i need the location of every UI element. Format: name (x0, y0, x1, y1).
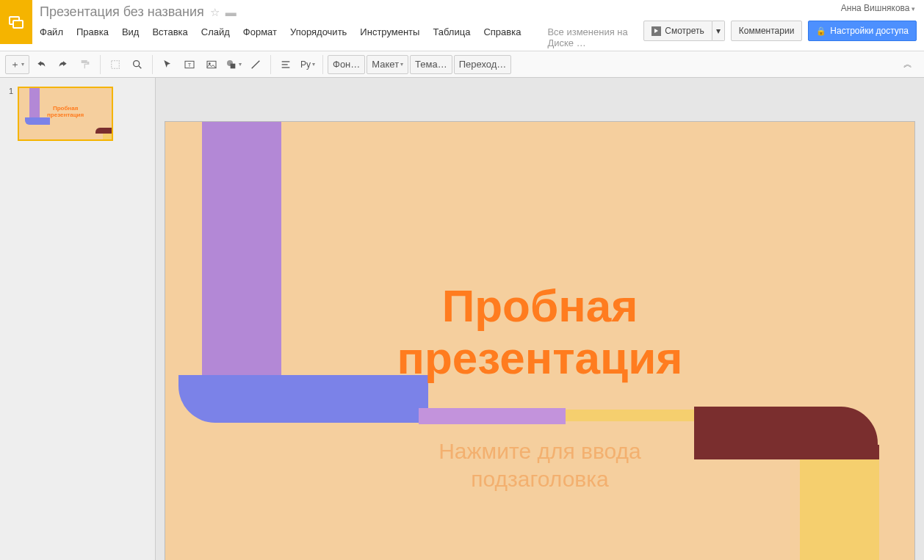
zoom-fit-icon (109, 59, 121, 70)
present-dropdown[interactable]: ▾ (712, 21, 725, 41)
select-tool[interactable] (157, 55, 178, 74)
thumb-title: Пробнаяпрезентация (19, 106, 112, 119)
align-tool[interactable] (275, 55, 296, 74)
menu-arrange[interactable]: Упорядочить (290, 24, 347, 51)
theme-label: Тема… (415, 59, 447, 70)
thumb-shape (103, 134, 112, 139)
menu-help[interactable]: Справка (483, 24, 521, 51)
separator (270, 55, 271, 74)
thumb-shape (95, 128, 112, 134)
paint-format-button[interactable] (75, 55, 95, 74)
background-button[interactable]: Фон… (328, 55, 365, 74)
title-area: Презентация без названия ☆ ▬ Файл Правка… (32, 0, 636, 51)
transition-label: Переход… (459, 59, 507, 70)
shape-tool[interactable]: ▾ (223, 55, 244, 74)
menu-file[interactable]: Файл (40, 24, 63, 51)
app-logo[interactable] (0, 0, 32, 44)
line-icon (250, 59, 261, 70)
thumbnail-preview[interactable]: Пробнаяпрезентация (18, 87, 113, 141)
align-icon (280, 59, 292, 70)
svg-line-12 (252, 60, 260, 68)
svg-text:T: T (188, 61, 192, 68)
document-title[interactable]: Презентация без названия (40, 4, 204, 20)
undo-button[interactable] (31, 55, 51, 74)
present-button-group: Смотреть ▾ (643, 21, 725, 41)
comments-button[interactable]: Комментарии (731, 21, 803, 41)
workspace: 1 Пробнаяпрезентация Пробнаяпрезентация (0, 78, 924, 560)
share-label: Настройки доступа (830, 26, 909, 36)
fit-button[interactable] (105, 55, 126, 74)
menu-view[interactable]: Вид (122, 24, 140, 51)
play-icon (652, 26, 661, 36)
textbox-icon: T (184, 59, 195, 70)
canvas-area[interactable]: Пробнаяпрезентация Нажмите для вводаподз… (156, 78, 924, 560)
svg-rect-11 (231, 63, 236, 68)
menu-tools[interactable]: Инструменты (360, 24, 419, 51)
menu-table[interactable]: Таблица (433, 24, 470, 51)
lang-tool[interactable]: Ру▾ (297, 55, 318, 74)
menu-bar: Файл Правка Вид Вставка Слайд Формат Упо… (40, 24, 629, 51)
present-button[interactable]: Смотреть (643, 21, 712, 41)
zoom-icon (131, 59, 143, 70)
svg-rect-3 (112, 60, 120, 68)
image-icon (206, 59, 217, 70)
thumbnail-panel: 1 Пробнаяпрезентация (0, 78, 156, 560)
menu-edit[interactable]: Правка (76, 24, 109, 51)
separator (100, 55, 101, 74)
svg-point-4 (134, 60, 140, 66)
theme-button[interactable]: Тема… (410, 55, 452, 74)
share-button[interactable]: Настройки доступа (808, 21, 917, 41)
header-actions: Смотреть ▾ Комментарии Настройки доступа (636, 15, 924, 47)
user-account-label[interactable]: Анна Вишнякова (841, 3, 915, 13)
lock-icon (816, 26, 826, 36)
slides-icon (7, 13, 25, 31)
paint-roller-icon (79, 59, 91, 70)
toolbar: ＋▾ T ▾ Ру▾ Фон… Макет▾ Тема… Переход… ︽ (0, 51, 924, 78)
decor-yellow-bar (566, 410, 696, 421)
new-slide-button[interactable]: ＋▾ (5, 55, 29, 74)
layout-button[interactable]: Макет▾ (367, 55, 408, 74)
menu-format[interactable]: Формат (243, 24, 277, 51)
layout-label: Макет (372, 59, 399, 70)
redo-icon (57, 59, 69, 70)
slide-title[interactable]: Пробнаяпрезентация (165, 280, 914, 385)
cursor-icon (162, 59, 173, 70)
svg-rect-1 (13, 21, 23, 28)
redo-button[interactable] (53, 55, 73, 74)
separator (152, 55, 153, 74)
zoom-button[interactable] (127, 55, 148, 74)
app-header: Презентация без названия ☆ ▬ Файл Правка… (0, 0, 924, 51)
thumbnail-number: 1 (9, 87, 13, 141)
decor-lilac-bar (419, 408, 566, 424)
present-label: Смотреть (665, 26, 704, 36)
folder-icon[interactable]: ▬ (225, 6, 237, 18)
separator (322, 55, 323, 74)
image-tool[interactable] (201, 55, 222, 74)
star-icon[interactable]: ☆ (210, 6, 220, 19)
line-tool[interactable] (245, 55, 266, 74)
menu-slide[interactable]: Слайд (201, 24, 230, 51)
save-status: Все изменения на Диске … (547, 24, 629, 51)
undo-icon (35, 59, 47, 70)
textbox-tool[interactable]: T (179, 55, 200, 74)
svg-line-5 (139, 66, 141, 68)
menu-insert[interactable]: Вставка (152, 24, 187, 51)
lang-label: Ру (300, 59, 311, 70)
collapse-toolbar[interactable]: ︽ (903, 58, 912, 70)
thumbnail-item[interactable]: 1 Пробнаяпрезентация (9, 87, 146, 141)
shape-icon (225, 59, 237, 70)
bg-label: Фон… (333, 59, 360, 70)
transition-button[interactable]: Переход… (454, 55, 512, 74)
slide[interactable]: Пробнаяпрезентация Нажмите для вводаподз… (165, 122, 914, 560)
slide-subtitle-placeholder[interactable]: Нажмите для вводаподзаголовка (165, 437, 914, 492)
svg-rect-2 (82, 60, 87, 63)
